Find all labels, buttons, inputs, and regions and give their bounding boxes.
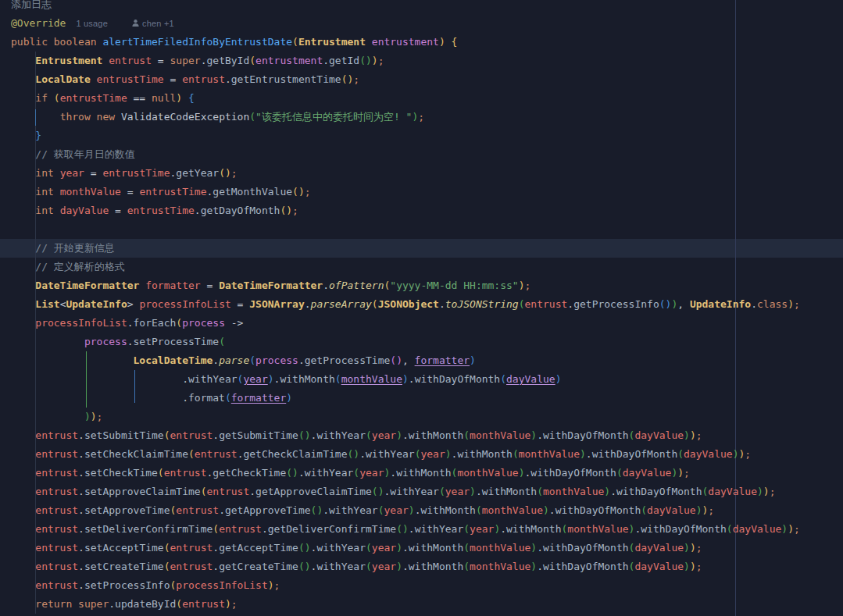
code-line: LocalDateTime.parse(process.getProcessTi… [0, 351, 843, 370]
code-line: entrust.setApproveClaimTime(entrust.getA… [0, 482, 843, 501]
code-line: // 开始更新信息 [0, 239, 843, 258]
code-line [0, 220, 843, 239]
code-line: // 获取年月日的数值 [0, 145, 843, 164]
code-line: entrust.setDeliverConfirmTime(entrust.ge… [0, 520, 843, 539]
code-line: Entrustment entrust = super.getById(entr… [0, 52, 843, 70]
code-line: } [0, 126, 843, 145]
user-icon [131, 15, 140, 34]
code-line: List<UpdateInfo> processInfoList = JSONA… [0, 295, 843, 314]
code-lines: 添加日志@Override1 usagechen +1public boolea… [0, 0, 843, 616]
code-line: entrust.setSubmitTime(entrust.getSubmitT… [0, 426, 843, 445]
code-line: .format(formatter) [0, 389, 843, 408]
code-line: entrust.setProcessInfo(processInfoList); [0, 576, 843, 595]
code-line: int dayValue = entrustTime.getDayOfMonth… [0, 201, 843, 220]
code-line: return super.updateById(entrust); [0, 595, 843, 614]
code-line: LocalDate entrustTime = entrust.getEntru… [0, 70, 843, 89]
code-line: entrust.setAcceptTime(entrust.getAcceptT… [0, 539, 843, 557]
code-line: entrust.setCheckClaimTime(entrust.getChe… [0, 445, 843, 464]
code-line: )); [0, 408, 843, 426]
code-line: entrust.setCheckTime(entrust.getCheckTim… [0, 464, 843, 482]
code-line: int monthValue = entrustTime.getMonthVal… [0, 183, 843, 201]
code-line: entrust.setApproveTime(entrust.getApprov… [0, 501, 843, 520]
code-line: process.setProcessTime( [0, 333, 843, 351]
code-line: // 定义解析的格式 [0, 258, 843, 276]
code-line: if (entrustTime == null) { [0, 89, 843, 108]
code-line: .withYear(year).withMonth(monthValue).wi… [0, 370, 843, 389]
code-line: entrust.setCreateTime(entrust.getCreateT… [0, 557, 843, 576]
code-line: int year = entrustTime.getYear(); [0, 164, 843, 183]
code-line: throw new ValidateCodeException("该委托信息中的… [0, 108, 843, 126]
code-line: public boolean alertTimeFiledInfoByEntru… [0, 33, 843, 52]
code-line: @Override1 usagechen +1 [0, 14, 843, 33]
editor-pane[interactable]: 添加日志@Override1 usagechen +1public boolea… [0, 0, 843, 616]
code-line: 添加日志 [0, 0, 843, 14]
code-line: DateTimeFormatter formatter = DateTimeFo… [0, 276, 843, 295]
code-line: processInfoList.forEach(process -> [0, 314, 843, 333]
